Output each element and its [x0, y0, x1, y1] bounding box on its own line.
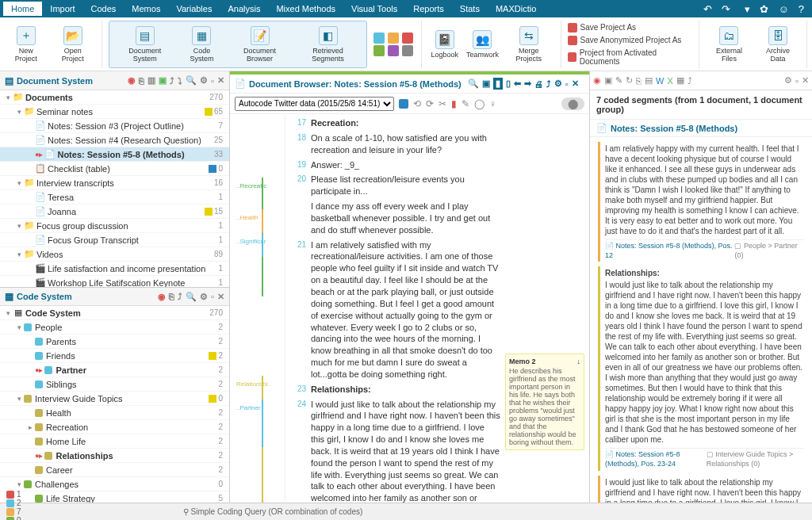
- toolbar-icon[interactable]: ✎: [615, 75, 622, 86]
- autocode-select[interactable]: Autocode Twitter data (2015/25/8 14:51): [235, 97, 394, 111]
- document-tree-item[interactable]: ▾📁Focus group discussion1: [0, 219, 229, 233]
- toolbar-icon[interactable]: ⎘: [636, 76, 642, 86]
- close-icon[interactable]: ✕: [802, 75, 809, 86]
- toolbar-icon[interactable]: ▥: [147, 75, 155, 86]
- retrieved-segment[interactable]: I would just like to talk about the rela…: [598, 476, 809, 503]
- memo-popup[interactable]: Memo 2↓ He describes his girlfriend as t…: [505, 354, 584, 450]
- close-icon[interactable]: ✕: [572, 78, 579, 89]
- code-label[interactable]: ..Health: [236, 214, 259, 223]
- toolbar-icon[interactable]: ⟲: [413, 98, 421, 109]
- print-icon[interactable]: 🖨: [534, 79, 543, 89]
- menu-tab-mixed-methods[interactable]: Mixed Methods: [268, 2, 343, 16]
- external-files-button[interactable]: 🗂External Files: [706, 25, 753, 64]
- document-tree-item[interactable]: 🎬Life satisfaction and income presentati…: [0, 262, 229, 276]
- open-project-button[interactable]: 📂Open Project: [50, 25, 95, 64]
- document-tree-item[interactable]: ●▸📄Notes: Session #5-8 (Methods)33: [0, 147, 229, 162]
- gear-icon[interactable]: ⚙: [554, 78, 562, 89]
- code-bracket[interactable]: [262, 400, 263, 447]
- toolbar-icon[interactable]: ⤵: [178, 76, 182, 86]
- close-icon[interactable]: ✕: [217, 75, 224, 86]
- dropdown-icon[interactable]: ▫: [211, 76, 214, 86]
- menu-tab-codes[interactable]: Codes: [83, 2, 124, 16]
- document-tree-item[interactable]: 🎬Workshop Life Satifscation Keynote1: [0, 276, 229, 287]
- document-tree-item[interactable]: 📄Teresa1: [0, 190, 229, 205]
- status-indicator[interactable]: 7: [6, 507, 21, 516]
- toolbar-icon[interactable]: W: [656, 76, 664, 86]
- menu-tab-analysis[interactable]: Analysis: [220, 2, 268, 16]
- code-tree-item[interactable]: ▾Challenges0: [0, 477, 229, 491]
- code-label[interactable]: ..Significar: [236, 238, 266, 247]
- toolbar-icon[interactable]: ◉: [593, 75, 601, 86]
- document-browser-button[interactable]: 📝Document Browser: [228, 25, 292, 64]
- gear-icon[interactable]: ⚙: [784, 75, 792, 86]
- tree-root[interactable]: ▾📁Documents270: [0, 90, 229, 105]
- code-system-button[interactable]: ▦Code System: [178, 25, 225, 64]
- color-swatch[interactable]: [402, 45, 413, 56]
- document-tree-item[interactable]: 📄Notes: Session #4 (Research Question)25: [0, 133, 229, 147]
- code-label[interactable]: ..Partner: [236, 404, 261, 413]
- toolbar-icon[interactable]: ➡: [524, 78, 531, 89]
- toolbar-icon[interactable]: ▣: [482, 78, 490, 89]
- menu-tab-variables[interactable]: Variables: [168, 2, 220, 16]
- document-tree-item[interactable]: 📄Joanna15: [0, 205, 229, 219]
- toolbar-icon[interactable]: ▦: [676, 75, 684, 86]
- project-from-activated-button[interactable]: Project from Activated Documents: [568, 48, 692, 67]
- paragraph-text[interactable]: I would just like to talk about the rela…: [311, 399, 500, 503]
- toolbar-icon[interactable]: ↻: [626, 75, 633, 86]
- status-indicator[interactable]: 1: [6, 490, 21, 499]
- paragraph-text[interactable]: Answer: _9_: [311, 159, 500, 171]
- color-swatch[interactable]: [402, 32, 413, 44]
- menu-tab-import[interactable]: Import: [42, 2, 82, 16]
- gear-icon[interactable]: ⚙: [200, 292, 208, 302]
- document-tree-item[interactable]: ▾📁Videos89: [0, 247, 229, 262]
- save-project-as-button[interactable]: Save Project As: [568, 22, 637, 33]
- menu-tab-reports[interactable]: Reports: [405, 2, 452, 16]
- paragraph-text[interactable]: On a scale of 1-10, how satisfied are yo…: [311, 132, 500, 156]
- toolbar-icon[interactable]: ▯: [506, 78, 511, 89]
- toolbar-icon[interactable]: ⎘: [169, 292, 174, 301]
- document-system-button[interactable]: ▤Document System: [114, 25, 175, 64]
- code-tree-item[interactable]: ▾People2: [0, 320, 229, 335]
- logbook-button[interactable]: 📓Logbook: [428, 29, 462, 60]
- retrieved-segments-button[interactable]: ◧Retrieved Segments: [294, 25, 361, 64]
- toolbar-icon[interactable]: ▮: [451, 98, 457, 109]
- retrieved-segment[interactable]: Relationships:I would just like to talk …: [598, 266, 809, 470]
- toolbar-icon[interactable]: ✂: [439, 98, 446, 109]
- document-tree-item[interactable]: 📄Notes: Session #3 (Project Outline)7: [0, 119, 229, 133]
- code-tree-item[interactable]: Parents2: [0, 335, 229, 349]
- retrieved-segment[interactable]: I am relatively happy with my current he…: [598, 142, 809, 262]
- code-tree[interactable]: ▾▦Code System270▾People2Parents2Friends2…: [0, 306, 229, 503]
- dropdown-icon[interactable]: ▫: [565, 79, 569, 89]
- gear-icon[interactable]: ⚙: [200, 75, 208, 86]
- code-tree-item[interactable]: Life Strategy5: [0, 491, 229, 503]
- color-indicator[interactable]: [399, 99, 408, 109]
- document-tree-item[interactable]: ▾📁Seminar notes65: [0, 105, 229, 119]
- status-indicator[interactable]: 2: [6, 499, 21, 507]
- document-tree-item[interactable]: 📄Focus Group Transcript1: [0, 233, 229, 247]
- status-indicator[interactable]: 0: [6, 516, 21, 520]
- code-tree-item[interactable]: Health2: [0, 406, 229, 420]
- code-label[interactable]: Relationshi..: [236, 380, 271, 389]
- toolbar-icon[interactable]: ⟳: [426, 98, 434, 109]
- toggle-icon[interactable]: ⬤: [561, 98, 584, 110]
- toolbar-icon[interactable]: ⤴: [178, 292, 182, 301]
- archive-data-button[interactable]: 🗄Archive Data: [756, 25, 800, 64]
- export-icon[interactable]: ⤴: [546, 79, 551, 89]
- merge-projects-button[interactable]: ⇆Merge Projects: [504, 25, 553, 64]
- color-swatch[interactable]: [373, 32, 385, 44]
- close-icon[interactable]: ✕: [217, 292, 224, 302]
- color-swatch[interactable]: [388, 45, 399, 56]
- search-icon[interactable]: 🔍: [468, 78, 479, 89]
- code-tree-item[interactable]: Siblings2: [0, 377, 229, 392]
- code-tree-item[interactable]: Career2: [0, 463, 229, 477]
- code-tree-item[interactable]: ●▸Partner2: [0, 363, 229, 377]
- help-icon[interactable]: ?: [799, 3, 804, 15]
- toolbar-icon[interactable]: ⬅: [514, 78, 521, 89]
- menu-tab-home[interactable]: Home: [3, 2, 42, 16]
- toolbar-icon[interactable]: ⎘: [139, 76, 144, 86]
- settings-icon[interactable]: ✿: [760, 3, 768, 15]
- toolbar-icon[interactable]: ▤: [645, 75, 653, 86]
- toolbar-icon[interactable]: ⤴: [688, 76, 692, 86]
- toolbar-icon[interactable]: ◉: [158, 292, 166, 302]
- code-tree-item[interactable]: Friends2: [0, 349, 229, 363]
